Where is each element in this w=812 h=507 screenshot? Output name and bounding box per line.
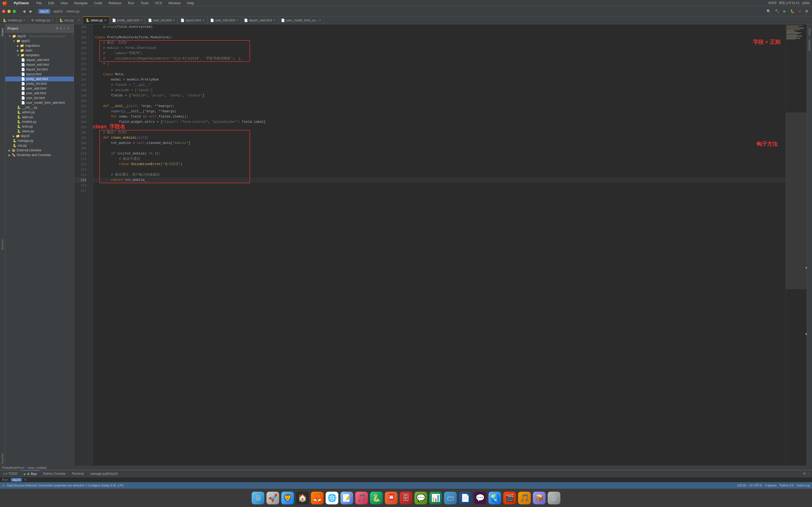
dock-icon-launchpad[interactable]: 🚀 <box>266 492 279 504</box>
tree-item-user-add[interactable]: 📄 user_add.html <box>5 86 74 91</box>
menu-view[interactable]: View <box>59 1 69 5</box>
menu-file[interactable]: File <box>35 1 43 5</box>
tab-urls[interactable]: 🐍 urls.py ✕ <box>57 16 83 24</box>
dock-icon-slack[interactable]: 💬 <box>474 492 486 504</box>
tab-close[interactable]: ▾ <box>319 18 321 22</box>
sidebar-icon-expand[interactable]: ⤢ <box>67 26 69 30</box>
dock-icon-music2[interactable]: 🎵 <box>518 492 531 504</box>
tree-item-user-list[interactable]: 📄 user_list.html <box>5 96 74 100</box>
menu-code[interactable]: Code <box>93 1 103 5</box>
tree-item-admin[interactable]: 🐍 admin.py <box>5 110 74 115</box>
tree-item-manage[interactable]: 🐍 manage.py <box>5 138 74 143</box>
tree-item-app01[interactable]: ▼ 📁 app01 <box>5 39 74 43</box>
tab-user-model[interactable]: 📄 user_model_form_ac... ▾ <box>278 16 324 24</box>
tree-item-depart-list[interactable]: 📄 depart_list.html <box>5 67 74 72</box>
tab-close[interactable]: ✕ <box>51 18 54 22</box>
tree-item-day16[interactable]: ▼ 📁 day16 ~/PycharmProjects/gx/day16 <box>5 34 74 39</box>
dock-icon-home[interactable]: 🏠 <box>296 492 309 504</box>
left-tab-favorites[interactable]: Favorites <box>1 452 4 465</box>
dock-icon-firefox[interactable]: 🦊 <box>311 492 323 504</box>
dock-icon-typora[interactable]: 📝 <box>341 492 353 504</box>
tree-item-scratches[interactable]: ▶ ✏️ Scratches and Consoles <box>5 153 74 157</box>
tab-user-list[interactable]: 📄 user_list.html ✕ <box>145 16 178 24</box>
tab-close[interactable]: ✕ <box>273 18 275 22</box>
left-tab-project[interactable]: Project <box>1 26 4 38</box>
dock-icon-safari[interactable]: 🦁 <box>281 492 294 504</box>
menu-navigate[interactable]: Navigate <box>73 1 89 5</box>
menu-window[interactable]: Window <box>167 1 182 5</box>
tree-item-static[interactable]: ▶ 📁 static <box>5 48 74 53</box>
run-btn[interactable]: ▶ <box>782 8 788 14</box>
menu-vcs[interactable]: VCS <box>154 1 163 5</box>
dock-icon-browser[interactable]: 🌏 <box>489 492 501 504</box>
tab-close[interactable]: ✕ <box>23 18 26 22</box>
run-project-badge[interactable]: day16 <box>11 478 22 482</box>
run-console[interactable]: Run: day16 ✕ <box>0 477 812 482</box>
tab-settings[interactable]: ⚙ settings.py ✕ <box>29 16 57 24</box>
dock-icon-trash[interactable]: 🗑 <box>548 492 560 504</box>
run-close-icon[interactable]: − <box>808 471 810 475</box>
run-tab-python-console[interactable]: Python Console <box>40 470 69 477</box>
debug-btn[interactable]: 🐛 <box>789 8 796 14</box>
window-minimize-btn[interactable] <box>7 10 11 13</box>
tab-close[interactable]: ✕ <box>104 19 106 22</box>
search-btn[interactable]: 🔍 <box>765 8 772 14</box>
tree-item-user-edit[interactable]: 📄 user_edit.html <box>5 91 74 96</box>
dock-icon-box[interactable]: 📦 <box>533 492 546 504</box>
tree-item-migrations[interactable]: ▶ 📁 migrations <box>5 43 74 48</box>
right-tab-sview[interactable]: SView <box>808 26 811 37</box>
tab-close[interactable]: ✕ <box>78 18 80 22</box>
tab-close[interactable]: ✕ <box>140 18 143 22</box>
tree-item-views[interactable]: 🐍 views.py <box>5 129 74 133</box>
dock-icon-video[interactable]: 🎬 <box>503 492 516 504</box>
tree-item-apps[interactable]: 🐍 apps.py <box>5 115 74 119</box>
dock-icon-postman[interactable]: 📮 <box>385 492 398 504</box>
tree-item-day16-sub[interactable]: ▶ 📁 day16 <box>5 133 74 138</box>
dock-icon-word[interactable]: 📄 <box>459 492 471 504</box>
menu-run[interactable]: Run <box>127 1 135 5</box>
dock-icon-wechat[interactable]: 💬 <box>414 492 427 504</box>
tree-item-init[interactable]: 🐍 __init__.py <box>5 105 74 110</box>
dock-icon-finder[interactable]: 🖥 <box>252 492 264 504</box>
back-btn[interactable]: ◀ <box>21 8 27 14</box>
sidebar-icon-settings[interactable]: ≡ <box>60 26 62 30</box>
tree-item-models[interactable]: 🐍 models.py <box>5 119 74 124</box>
run-close-btn[interactable]: ✕ <box>24 478 27 482</box>
settings-btn[interactable]: ⚙ <box>804 8 810 14</box>
dock-icon-pycharm[interactable]: 🐍 <box>370 492 383 504</box>
sidebar-icon-collapse[interactable]: − <box>63 26 65 30</box>
tree-item-pretty-list[interactable]: 📄 pretty_list.html <box>5 81 74 86</box>
build-btn[interactable]: 🔨 <box>773 8 781 14</box>
left-tab-structure[interactable]: Structure <box>1 238 4 251</box>
tree-item-external-libs[interactable]: ▶ 📚 External Libraries <box>5 148 74 153</box>
tab-models[interactable]: 🐍 models.py ✕ <box>0 16 29 24</box>
tab-views[interactable]: 🐍 views.py ✕ <box>83 16 109 24</box>
window-close-btn[interactable] <box>2 10 5 13</box>
run-settings-icon[interactable]: ⚙ <box>803 471 806 475</box>
tree-item-user-model-form[interactable]: 📄 user_model_form_add.html <box>5 100 74 105</box>
code-content[interactable]: @range(field.eventsystem) class PrettyMo… <box>93 24 785 465</box>
tab-user-edit[interactable]: 📄 user_edit.html ✕ <box>207 16 241 24</box>
tree-item-layout[interactable]: 📄 layout.html <box>5 72 74 76</box>
tree-item-templates[interactable]: ▼ 📁 templates <box>5 53 74 58</box>
code-scroll[interactable]: 186 187 188 189 190 191 192 193 194 195 … <box>74 24 812 465</box>
run-tab-run[interactable]: ▶ 4: Run <box>20 470 40 477</box>
dock-icon-chrome[interactable]: 🌐 <box>326 492 338 504</box>
tab-layout[interactable]: 📄 layout.html ✕ <box>178 16 207 24</box>
tab-close[interactable]: ✕ <box>202 18 205 22</box>
dock-icon-music[interactable]: 🎵 <box>355 492 368 504</box>
dock-icon-redis[interactable]: 🗄 <box>400 492 412 504</box>
tab-depart-add[interactable]: 📄 depart_add.html ✕ <box>241 16 278 24</box>
stop-btn[interactable]: ■ <box>797 8 803 14</box>
apple-icon[interactable]: 🍎 <box>2 1 7 6</box>
tree-item-depart-edit[interactable]: 📄 depart_edit.html <box>5 62 74 67</box>
tree-item-tests[interactable]: 🐍 tests.py <box>5 124 74 129</box>
run-tab-todo[interactable]: ≡ 6 TODO <box>0 470 20 477</box>
run-tab-manage[interactable]: manage.py@day16 <box>87 470 121 477</box>
code-editor[interactable]: 186 187 188 189 190 191 192 193 194 195 … <box>74 24 812 465</box>
tree-item-depart-add[interactable]: 📄 depart_add.html <box>5 58 74 62</box>
tab-close[interactable]: ✕ <box>236 18 239 22</box>
forward-btn[interactable]: ▶ <box>28 8 34 14</box>
window-maximize-btn[interactable] <box>13 10 16 13</box>
tree-item-xxx[interactable]: 🐍 xxx.py <box>5 143 74 148</box>
